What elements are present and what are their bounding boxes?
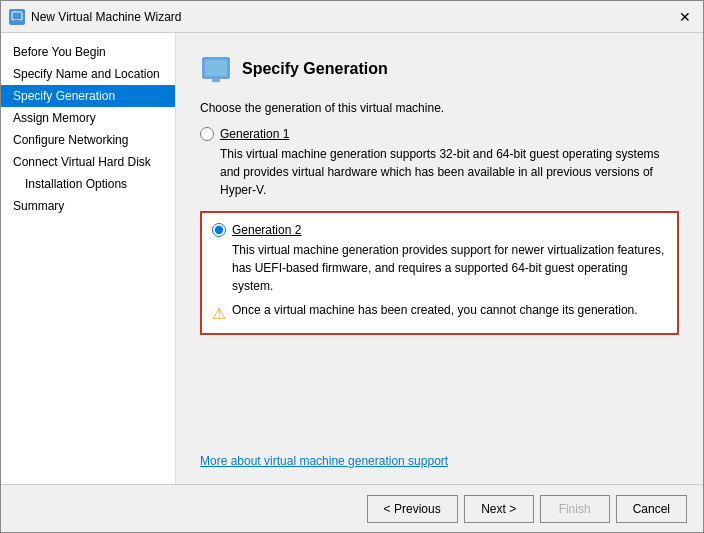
sidebar-item-connect-hard-disk[interactable]: Connect Virtual Hard Disk xyxy=(1,151,175,173)
page-body: Choose the generation of this virtual ma… xyxy=(200,101,679,434)
link-area: More about virtual machine generation su… xyxy=(200,434,679,484)
footer: < Previous Next > Finish Cancel xyxy=(1,484,703,532)
previous-button[interactable]: < Previous xyxy=(367,495,458,523)
generation1-label[interactable]: Generation 1 xyxy=(220,127,289,141)
wizard-icon xyxy=(9,9,25,25)
title-bar: New Virtual Machine Wizard ✕ xyxy=(1,1,703,33)
svg-rect-0 xyxy=(12,12,22,20)
next-button[interactable]: Next > xyxy=(464,495,534,523)
warning-row: ⚠ Once a virtual machine has been create… xyxy=(212,303,667,323)
close-button[interactable]: ✕ xyxy=(675,7,695,27)
sidebar-item-assign-memory[interactable]: Assign Memory xyxy=(1,107,175,129)
sidebar-item-installation-options[interactable]: Installation Options xyxy=(1,173,175,195)
page-icon xyxy=(200,53,232,85)
generation1-block: Generation 1 This virtual machine genera… xyxy=(200,127,679,199)
main-content: Specify Generation Choose the generation… xyxy=(176,33,703,484)
page-header: Specify Generation xyxy=(200,53,679,85)
content-area: Before You BeginSpecify Name and Locatio… xyxy=(1,33,703,484)
generation2-desc: This virtual machine generation provides… xyxy=(232,241,667,295)
svg-rect-1 xyxy=(14,20,20,22)
generation2-block: Generation 2 This virtual machine genera… xyxy=(200,211,679,335)
wizard-window: New Virtual Machine Wizard ✕ Before You … xyxy=(0,0,704,533)
intro-text: Choose the generation of this virtual ma… xyxy=(200,101,679,115)
sidebar-item-before-you-begin[interactable]: Before You Begin xyxy=(1,41,175,63)
generation1-desc: This virtual machine generation supports… xyxy=(220,145,679,199)
svg-rect-4 xyxy=(212,79,220,82)
generation2-header: Generation 2 xyxy=(212,223,667,237)
window-title: New Virtual Machine Wizard xyxy=(31,10,182,24)
sidebar-item-configure-networking[interactable]: Configure Networking xyxy=(1,129,175,151)
sidebar-item-specify-name[interactable]: Specify Name and Location xyxy=(1,63,175,85)
generation2-label[interactable]: Generation 2 xyxy=(232,223,301,237)
title-bar-left: New Virtual Machine Wizard xyxy=(9,9,182,25)
sidebar-item-specify-generation[interactable]: Specify Generation xyxy=(1,85,175,107)
generation2-radio[interactable] xyxy=(212,223,226,237)
warning-icon: ⚠ xyxy=(212,304,226,323)
more-info-link[interactable]: More about virtual machine generation su… xyxy=(200,454,448,468)
generation1-header: Generation 1 xyxy=(200,127,679,141)
cancel-button[interactable]: Cancel xyxy=(616,495,687,523)
page-title: Specify Generation xyxy=(242,60,388,78)
finish-button[interactable]: Finish xyxy=(540,495,610,523)
generation1-radio[interactable] xyxy=(200,127,214,141)
sidebar: Before You BeginSpecify Name and Locatio… xyxy=(1,33,176,484)
warning-text: Once a virtual machine has been created,… xyxy=(232,303,638,317)
sidebar-item-summary[interactable]: Summary xyxy=(1,195,175,217)
svg-rect-3 xyxy=(205,60,227,76)
